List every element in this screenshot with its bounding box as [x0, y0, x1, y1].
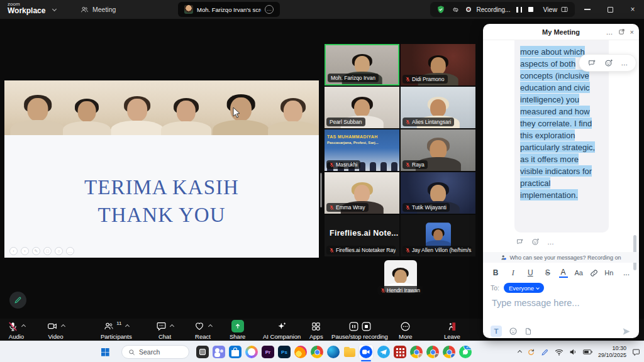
react-button[interactable]: React	[194, 320, 212, 340]
chat-close-icon[interactable]: ×	[630, 28, 634, 36]
audio-button[interactable]: Audio	[8, 320, 25, 340]
text-color-button[interactable]: A	[559, 268, 568, 278]
quote-reply-icon[interactable]	[516, 238, 524, 246]
more-tools-button[interactable]: …	[66, 247, 74, 255]
add-reaction-icon[interactable]	[604, 58, 613, 67]
leave-button[interactable]: Leave	[444, 320, 460, 340]
pause-icon[interactable]	[348, 321, 359, 332]
security-shield-icon[interactable]	[436, 5, 445, 14]
taskbar-clock[interactable]: 10:30 29/10/2025	[598, 345, 626, 359]
edge-icon[interactable]	[326, 344, 341, 359]
wifi-icon[interactable]	[555, 349, 564, 356]
telegram-icon[interactable]	[376, 344, 391, 359]
recipient-selector[interactable]: Everyone	[504, 283, 544, 293]
firefox-icon[interactable]	[293, 344, 308, 359]
strikethrough-button[interactable]: S	[541, 268, 554, 277]
teams-icon[interactable]	[211, 344, 226, 359]
tab-meeting[interactable]: Meeting	[74, 2, 122, 17]
participant-tile[interactable]: Raya	[401, 129, 475, 171]
shared-screen-scrollbar[interactable]	[320, 173, 322, 207]
premiere-pro-icon[interactable]: Pr	[260, 344, 275, 359]
video-button[interactable]: Video	[47, 320, 65, 340]
chrome-profile-icon[interactable]	[425, 344, 440, 359]
pen-input-icon[interactable]	[541, 348, 549, 356]
apps-button[interactable]: Apps	[309, 320, 323, 340]
pause-stop-recording-button[interactable]: Pause/stop recording	[328, 320, 391, 340]
participant-tile[interactable]: TAS MUHAMMADIYAH Pascasarjana, Profesi, …	[325, 129, 399, 171]
annotate-button[interactable]	[9, 292, 26, 309]
zoom-tool-button[interactable]: ○	[55, 247, 63, 255]
chat-more-icon[interactable]: …	[606, 28, 613, 36]
underline-button[interactable]: U	[524, 268, 536, 277]
share-button[interactable]: Share	[230, 320, 245, 340]
battery-icon[interactable]	[583, 349, 592, 355]
close-button[interactable]: ×	[621, 0, 644, 19]
participant-tile[interactable]: Hendri Irawan	[363, 258, 438, 297]
sync-icon[interactable]	[527, 348, 535, 356]
format-toggle-button[interactable]: T	[491, 326, 502, 337]
tray-overflow-chevron[interactable]	[518, 349, 522, 354]
prev-slide-button[interactable]: ‹	[9, 247, 18, 255]
chrome-icon[interactable]	[309, 344, 325, 359]
participant-tile[interactable]: Emma Wray	[325, 172, 399, 214]
file-explorer-icon[interactable]	[342, 344, 357, 359]
chat-options-chevron[interactable]	[170, 324, 174, 328]
ai-companion-button[interactable]: AI Companion	[263, 320, 301, 340]
italic-button[interactable]: I	[507, 268, 519, 278]
microsoft-store-icon[interactable]	[228, 344, 243, 359]
pen-tool-button[interactable]: ✎	[32, 247, 40, 255]
audio-options-chevron[interactable]	[21, 324, 26, 328]
photoshop-icon[interactable]: Ps	[277, 344, 292, 359]
emoji-icon[interactable]	[509, 327, 518, 336]
attach-file-icon[interactable]	[525, 327, 532, 336]
chrome-profile-icon[interactable]	[441, 344, 457, 359]
bold-button[interactable]: B	[489, 268, 502, 277]
participant-tile[interactable]: Fireflies.ai Note... Fireflies.ai Noteta…	[325, 215, 399, 256]
tab-screen-share[interactable]: Moh. Farizqo Irvan's screen …	[178, 2, 280, 17]
notifications-icon[interactable]	[632, 348, 640, 356]
whatsapp-icon[interactable]: 25	[458, 344, 473, 359]
chat-message-input[interactable]: Type message here...	[492, 298, 579, 308]
zoom-app-icon[interactable]	[358, 344, 374, 359]
copilot-icon[interactable]	[244, 344, 259, 359]
minimize-button[interactable]	[576, 0, 599, 19]
chrome-profile-icon[interactable]	[409, 344, 424, 359]
stop-icon[interactable]	[361, 321, 372, 332]
pop-out-icon[interactable]	[618, 28, 625, 35]
chat-privacy-notice[interactable]: Who can see your messages? Recording on	[483, 252, 639, 263]
react-options-chevron[interactable]	[208, 324, 213, 328]
start-button[interactable]	[97, 344, 113, 359]
send-icon[interactable]	[621, 327, 631, 336]
view-button[interactable]: View	[543, 6, 569, 13]
taskbar-search[interactable]: Search	[121, 345, 189, 359]
format-more-button[interactable]: ...	[620, 268, 633, 277]
task-view-icon[interactable]	[195, 344, 210, 359]
video-options-chevron[interactable]	[61, 324, 65, 328]
tab-options-icon[interactable]: …	[265, 5, 274, 14]
connection-quality-icon[interactable]	[451, 6, 460, 14]
link-icon[interactable]	[590, 269, 598, 277]
participant-tile[interactable]: Jay Allen Villon (he/him/s...	[401, 215, 475, 256]
next-slide-button[interactable]: ›	[21, 247, 29, 255]
font-size-button[interactable]: Aa	[572, 269, 585, 277]
participant-tile[interactable]: Moh. Farizqo Irvan	[325, 44, 399, 85]
more-button[interactable]: More	[399, 320, 413, 340]
quote-reply-icon[interactable]	[587, 59, 596, 67]
shape-tool-button[interactable]: □	[43, 247, 52, 255]
chevron-down-icon[interactable]	[52, 7, 57, 11]
participants-options-chevron[interactable]	[125, 324, 130, 328]
chat-button[interactable]: Chat	[156, 320, 174, 340]
participants-button[interactable]: 11 Participants	[101, 320, 132, 340]
pause-recording-button[interactable]	[516, 7, 523, 13]
heading-button[interactable]: Hn	[602, 269, 615, 277]
maximize-button[interactable]	[599, 0, 621, 19]
red-grid-app-icon[interactable]	[392, 344, 408, 359]
participant-tile[interactable]: Tutik Wijayanti	[401, 172, 475, 214]
participant-tile[interactable]: Pearl Subban	[325, 87, 399, 128]
participant-tile[interactable]: Didi Pramono	[401, 44, 475, 85]
participant-tile[interactable]: Alies Lintangsari	[401, 87, 475, 128]
stop-recording-button[interactable]	[528, 7, 533, 12]
message-more-icon[interactable]: …	[547, 238, 554, 246]
message-more-icon[interactable]: …	[621, 59, 628, 67]
volume-icon[interactable]	[569, 348, 577, 356]
